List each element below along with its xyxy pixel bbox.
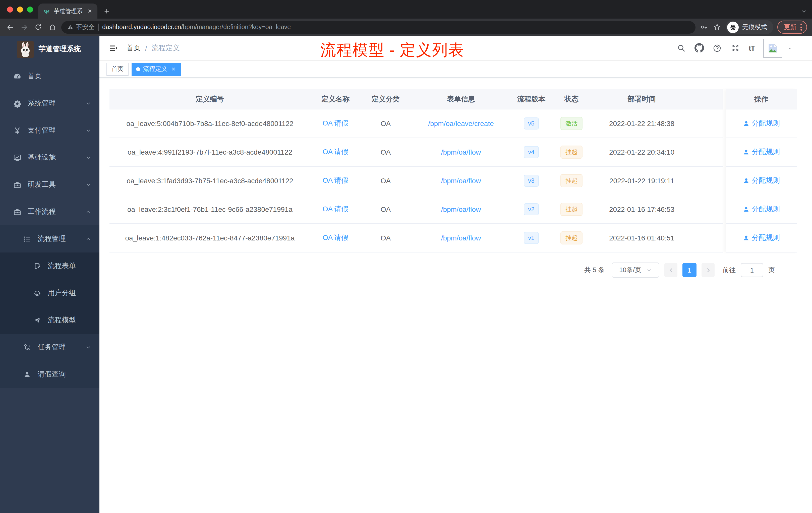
page-content: 定义编号 定义名称 定义分类 表单信息 流程版本 状态 部署时间 oa_leav… — [99, 78, 812, 513]
security-warning[interactable]: 不安全 — [67, 23, 95, 31]
form-link[interactable]: /bpm/oa/flow — [441, 148, 481, 156]
assign-rule-link[interactable]: 分配规则 — [743, 205, 780, 214]
minimize-window-button[interactable] — [17, 6, 23, 12]
deploy-time: 2022-01-16 17:46:53 — [591, 205, 692, 213]
bookmark-star-icon[interactable] — [713, 23, 722, 32]
assign-rule-link[interactable]: 分配规则 — [743, 233, 780, 242]
search-icon[interactable] — [676, 43, 686, 53]
zoom-window-button[interactable] — [27, 6, 33, 12]
github-icon[interactable] — [695, 43, 704, 53]
definition-name-link[interactable]: OA 请假 — [323, 119, 348, 128]
sidebar-item-label: 基础设施 — [28, 153, 56, 162]
browser-tab[interactable]: 芋道管理系统 — [38, 3, 97, 19]
definition-name-link[interactable]: OA 请假 — [323, 233, 348, 242]
form-link[interactable]: /bpm/oa/flow — [441, 205, 481, 213]
breadcrumb-separator: / — [145, 44, 147, 52]
font-size-icon[interactable]: tT — [749, 44, 755, 52]
browser-menu-dots-icon[interactable] — [801, 24, 802, 31]
update-button[interactable]: 更新 — [777, 21, 807, 34]
sidebar-item-infrastructure[interactable]: 基础设施 — [0, 144, 99, 171]
question-icon[interactable] — [713, 43, 722, 53]
forward-icon[interactable] — [19, 22, 29, 32]
version-badge: v4 — [524, 146, 539, 158]
sidebar-item-system[interactable]: 系统管理 — [0, 90, 99, 117]
sidebar-item-devtools[interactable]: 研发工具 — [0, 171, 99, 198]
version-badge: v1 — [524, 232, 539, 244]
avatar[interactable] — [763, 38, 782, 58]
sidebar-item-payment[interactable]: 支付管理 — [0, 117, 99, 144]
browser-tab-strip: 芋道管理系统 — [0, 0, 812, 19]
tag-process-definition[interactable]: 流程定义 — [132, 62, 181, 76]
sidebar-item-process-form[interactable]: 流程表单 — [0, 252, 99, 280]
user-icon — [743, 234, 750, 241]
chevron-down-icon — [85, 155, 91, 161]
assign-rule-link[interactable]: 分配规则 — [743, 148, 780, 157]
sidebar-item-user-group[interactable]: 用户分组 — [0, 280, 99, 307]
tag-close-icon[interactable] — [170, 66, 177, 72]
assign-rule-link[interactable]: 分配规则 — [743, 176, 780, 185]
caret-down-icon[interactable] — [787, 45, 793, 51]
address-bar[interactable]: 不安全 dashboard.yudao.iocoder.cn/bpm/manag… — [61, 21, 696, 33]
favicon-sprout-icon — [43, 7, 50, 14]
sidebar-item-home[interactable]: 首页 — [0, 63, 99, 90]
table-row: oa_leave:5:004b710b-7b8a-11ec-8ef0-acde4… — [110, 110, 723, 138]
assign-rule-link[interactable]: 分配规则 — [743, 119, 780, 128]
page-size-select[interactable]: 10条/页 — [612, 263, 659, 278]
table-header-row: 定义编号 定义名称 定义分类 表单信息 流程版本 状态 部署时间 — [110, 89, 723, 110]
assign-rule-label: 分配规则 — [752, 148, 780, 157]
home-icon[interactable] — [47, 22, 57, 32]
breadcrumb-home[interactable]: 首页 — [126, 43, 141, 53]
sidebar-collapse-icon[interactable] — [109, 43, 118, 53]
fullscreen-icon[interactable] — [731, 43, 740, 53]
sidebar-item-process-management[interactable]: 流程管理 — [0, 225, 99, 252]
new-tab-button[interactable] — [100, 5, 113, 17]
definition-id: oa_leave:1:482ec033-762a-11ec-8477-a2380… — [110, 234, 310, 242]
definition-name-link[interactable]: OA 请假 — [323, 205, 348, 214]
goto-page-input[interactable] — [741, 263, 763, 277]
sidebar-item-label: 流程表单 — [48, 262, 76, 271]
user-icon — [743, 120, 750, 127]
deploy-time: 2022-01-22 21:48:38 — [591, 119, 692, 127]
form-link[interactable]: /bpm/oa/flow — [441, 177, 481, 185]
incognito-icon — [727, 21, 739, 33]
tag-label: 流程定义 — [143, 65, 167, 73]
page-annotation-title: 流程模型 - 定义列表 — [320, 40, 464, 61]
url-domain: dashboard.yudao.iocoder.cn — [102, 24, 181, 31]
tab-close-icon[interactable] — [86, 7, 93, 14]
password-key-icon[interactable] — [699, 23, 708, 32]
sidebar-item-label: 任务管理 — [38, 343, 66, 352]
reload-icon[interactable] — [33, 22, 43, 32]
definition-category: OA — [360, 234, 411, 242]
assign-rule-label: 分配规则 — [752, 176, 780, 185]
sidebar-item-label: 流程管理 — [38, 234, 66, 243]
active-tag-dot — [136, 67, 140, 71]
form-link[interactable]: /bpm/oa/flow — [441, 234, 481, 242]
col-header-category: 定义分类 — [360, 95, 411, 104]
chevron-down-icon — [85, 344, 91, 350]
prev-page-button[interactable] — [664, 263, 677, 277]
definition-id: oa_leave:2:3c1f0ef1-76b1-11ec-9c66-a2380… — [110, 205, 310, 213]
next-page-button[interactable] — [701, 263, 715, 277]
close-window-button[interactable] — [7, 6, 13, 12]
sidebar-item-task-management[interactable]: 任务管理 — [0, 334, 99, 361]
gear-icon — [12, 99, 22, 108]
col-header-id: 定义编号 — [110, 95, 310, 104]
chevron-down-icon — [85, 100, 91, 107]
back-icon[interactable] — [5, 22, 15, 32]
definition-name-link[interactable]: OA 请假 — [323, 148, 348, 157]
paper-plane-icon — [33, 316, 42, 325]
tag-home[interactable]: 首页 — [107, 62, 128, 76]
goto-label: 前往 — [723, 266, 736, 275]
assign-rule-label: 分配规则 — [752, 119, 780, 128]
form-link[interactable]: /bpm/oa/leave/create — [428, 119, 494, 127]
sidebar-item-workflow[interactable]: 工作流程 — [0, 198, 99, 225]
tab-search-chevron-icon[interactable] — [801, 8, 807, 14]
current-page-button[interactable]: 1 — [683, 263, 696, 277]
definition-name-link[interactable]: OA 请假 — [323, 176, 348, 185]
sidebar-logo[interactable]: 芋道管理系统 — [0, 36, 99, 63]
definition-table: 定义编号 定义名称 定义分类 表单信息 流程版本 状态 部署时间 oa_leav… — [110, 89, 798, 252]
page-size-value: 10条/页 — [619, 266, 641, 275]
sidebar-item-leave-query[interactable]: 请假查询 — [0, 361, 99, 388]
pagination-total: 共 5 条 — [584, 266, 605, 275]
sidebar-item-process-model[interactable]: 流程模型 — [0, 307, 99, 334]
